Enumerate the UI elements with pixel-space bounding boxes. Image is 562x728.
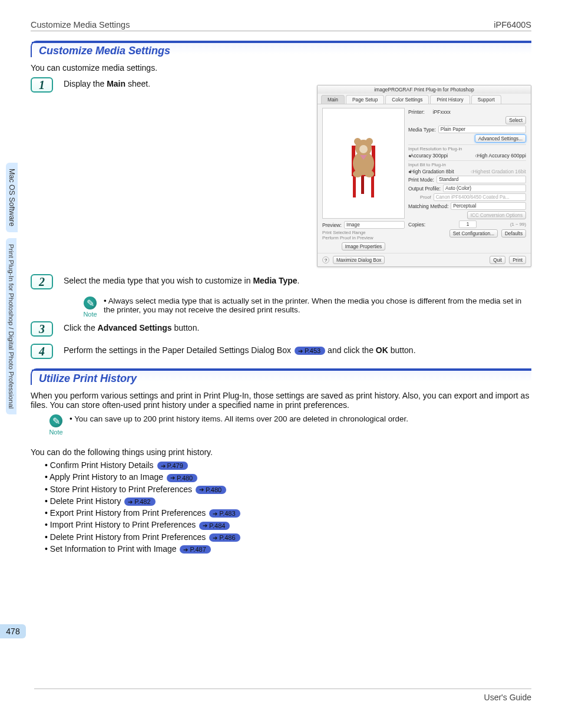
step-num-1: 1 <box>31 77 53 93</box>
step-num-4: 4 <box>31 344 53 359</box>
svg-rect-1 <box>353 176 356 197</box>
list-item: Import Print History to Print Preference… <box>45 520 531 529</box>
preview-pane <box>322 108 405 219</box>
copies-range: (1 ~ 99) <box>510 222 526 227</box>
print-button[interactable]: Print <box>509 256 526 264</box>
step-num-2: 2 <box>31 274 53 289</box>
side-tab-sub[interactable]: Print Plug-In for Photoshop / Digital Ph… <box>6 238 16 414</box>
teddy-on-chair-icon <box>334 119 393 207</box>
preview-select[interactable]: Image <box>344 221 405 229</box>
media-type-select[interactable]: Plain Paper <box>438 126 526 133</box>
radio-accuracy-300[interactable]: Accuracy 300ppi <box>408 153 448 159</box>
copies-label: Copies: <box>408 222 425 228</box>
page-ref[interactable]: P.482 <box>124 498 155 506</box>
page-ref-453[interactable]: P.453 <box>295 347 325 355</box>
quit-button[interactable]: Quit <box>490 256 505 264</box>
pencil-icon: ✎ <box>84 297 97 309</box>
list-item-text: Delete Print History <box>50 496 123 506</box>
step-3-body: Click the Advanced Settings button. <box>64 321 531 332</box>
page-ref[interactable]: P.480 <box>167 474 197 482</box>
s4-suffix: button. <box>388 345 416 355</box>
chk-print-selected[interactable]: Print Selected Range <box>322 230 405 235</box>
page-header: Customize Media Settings iPF6400S <box>31 20 531 31</box>
page-ref[interactable]: P.479 <box>157 462 188 470</box>
print-mode-select[interactable]: Standard <box>437 176 526 183</box>
tab-support[interactable]: Support <box>471 95 501 104</box>
output-profile-label: Output Profile: <box>408 186 441 192</box>
output-profile-select[interactable]: Auto (Color) <box>443 185 526 192</box>
list-item-text: Store Print History to Print Preferences <box>50 485 194 494</box>
section-customize-media: Customize Media Settings <box>31 41 531 57</box>
s3-prefix: Click the <box>64 323 98 332</box>
header-left: Customize Media Settings <box>31 20 130 29</box>
svg-point-10 <box>366 138 373 145</box>
note-2: ✎ Note You can save up to 200 print hist… <box>48 414 531 436</box>
tab-page-setup[interactable]: Page Setup <box>346 95 384 104</box>
page-ref[interactable]: P.483 <box>209 509 240 518</box>
page-ref[interactable]: P.480 <box>196 486 226 494</box>
dialog-tabs: Main Page Setup Color Settings Print His… <box>318 94 531 104</box>
copies-input[interactable]: 1 <box>459 220 477 228</box>
s4-bold: OK <box>376 345 388 355</box>
maximize-dialog-button[interactable]: Maximize Dialog Box <box>333 256 385 264</box>
section2-intro: When you perform various settings and pr… <box>31 391 531 410</box>
tab-color-settings[interactable]: Color Settings <box>385 95 429 104</box>
tab-print-history[interactable]: Print History <box>430 95 470 104</box>
s1-bold: Main <box>107 79 125 88</box>
image-properties-button[interactable]: Image Properties <box>342 242 385 251</box>
list-item: Export Print History from Print Preferen… <box>45 508 531 518</box>
matching-select[interactable]: Perceptual <box>451 202 526 210</box>
side-tab-main[interactable]: Mac OS Software <box>6 163 18 232</box>
step-3: 3 Click the Advanced Settings button. <box>31 321 531 337</box>
s4-mid: and click the <box>325 345 376 355</box>
page-ref[interactable]: P.486 <box>209 533 240 542</box>
proof-label: Proof <box>408 195 431 200</box>
step-4: 4 Perform the settings in the Paper Deta… <box>31 344 531 359</box>
s4-prefix: Perform the settings in the Paper Detail… <box>64 345 293 355</box>
printer-value: iPFxxxx <box>427 109 526 115</box>
step-1: 1 Display the Main sheet. imagePROGRAF P… <box>31 77 531 267</box>
note-1: ✎ Note Always select media type that is … <box>82 297 531 318</box>
page-number: 478 <box>0 624 26 638</box>
s2-suffix: . <box>297 276 300 285</box>
icc-options-button: ICC Conversion Options <box>467 211 526 219</box>
set-configuration-button[interactable]: Set Configuration... <box>449 229 498 238</box>
chk-perform-proof[interactable]: Perform Proof in Preview <box>322 235 405 241</box>
proof-select: Canon iPF6400/6450 Coated Pa... <box>434 193 526 201</box>
input-resolution-label: Input Resolution to Plug-in <box>408 144 526 151</box>
page-ref[interactable]: P.484 <box>199 522 230 530</box>
print-mode-label: Print Mode: <box>408 177 434 183</box>
select-printer-button[interactable]: Select <box>505 116 526 124</box>
side-tabs: Mac OS Software Print Plug-In for Photos… <box>6 163 24 420</box>
note-label: Note <box>82 311 98 318</box>
radio-gradation-16: Highest Gradation 16bit <box>471 169 526 174</box>
s2-bold: Media Type <box>253 276 297 285</box>
radio-accuracy-600[interactable]: High Accuracy 600ppi <box>475 153 526 159</box>
dialog-title: imagePROGRAF Print Plug-In for Photoshop <box>318 85 531 94</box>
svg-point-9 <box>354 138 361 145</box>
note1-text: Always select media type that is actuall… <box>104 297 521 314</box>
advanced-settings-button[interactable]: Advanced Settings... <box>475 134 526 143</box>
tab-main[interactable]: Main <box>321 95 345 104</box>
list-item: Delete Print History from Print Preferen… <box>45 532 531 542</box>
radio-gradation-8[interactable]: High Gradation 8bit <box>408 169 454 174</box>
input-bit-label: Input Bit to Plug-in <box>408 160 526 167</box>
users-guide-label: User's Guide <box>34 689 531 702</box>
matching-label: Matching Method: <box>408 203 448 209</box>
note-icon-2: ✎ Note <box>48 414 64 436</box>
section1-title: Customize Media Settings <box>39 45 170 57</box>
defaults-button[interactable]: Defaults <box>501 229 526 238</box>
step-4-body: Perform the settings in the Paper Detail… <box>64 344 531 355</box>
page-ref[interactable]: P.487 <box>180 545 210 554</box>
printer-label: Printer: <box>408 109 425 115</box>
list-item-text: Delete Print History from Print Preferen… <box>50 532 208 542</box>
note2-label: Note <box>48 429 64 436</box>
step-num-3: 3 <box>31 321 53 337</box>
print-history-list: Confirm Print History Details P.479Apply… <box>45 460 531 554</box>
note2-text: You can save up to 200 print history ite… <box>70 414 408 423</box>
svg-rect-2 <box>371 176 374 197</box>
help-icon[interactable]: ? <box>322 256 329 263</box>
step-1-body: Display the Main sheet. imagePROGRAF Pri… <box>64 77 531 267</box>
s3-suffix: button. <box>172 323 200 332</box>
list-item-text: Confirm Print History Details <box>50 460 156 470</box>
